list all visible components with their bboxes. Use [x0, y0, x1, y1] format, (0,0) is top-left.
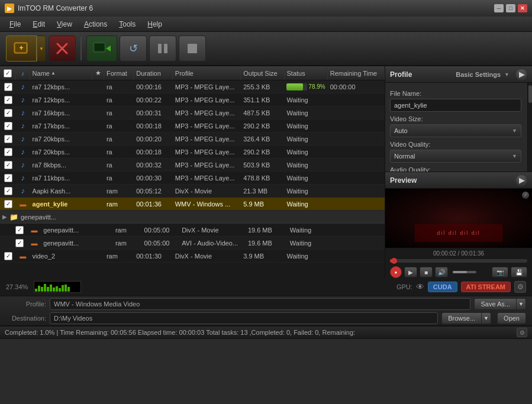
profile-scrollbar[interactable]: [527, 83, 532, 172]
close-button[interactable]: ✕: [518, 4, 527, 12]
profile-cell: DivX - Movie: [173, 188, 241, 195]
menu-file[interactable]: File: [4, 18, 27, 30]
preview-volume-button[interactable]: 🔊: [435, 267, 448, 277]
duration-cell: 00:01:36: [134, 201, 173, 208]
minimize-button[interactable]: ─: [494, 4, 504, 12]
file-list-area: ♪ Name ▲ ★ Format Duration Profile Outpu…: [0, 66, 385, 277]
menu-edit[interactable]: Edit: [27, 18, 51, 30]
save-as-button[interactable]: Save As...: [474, 298, 517, 310]
preview-rewind-button[interactable]: ●: [390, 266, 402, 278]
group-row[interactable]: ▶ 📁 genepavitt...: [0, 211, 385, 224]
list-item[interactable]: ♪ ra7 11kbps... ra 00:00:30 MP3 - MPEG L…: [0, 172, 385, 185]
row-checkbox[interactable]: [4, 96, 12, 104]
header-check[interactable]: [0, 66, 16, 80]
profile-cell: WMV - Windows ...: [173, 201, 241, 208]
row-checkbox[interactable]: [4, 187, 12, 195]
right-panel: Profile Basic Settings ▼ ▶ File Name: Vi…: [385, 66, 532, 277]
profile-cell: MP3 - MPEG Laye...: [173, 148, 241, 156]
sort-icon: ▲: [51, 70, 56, 76]
stop-button[interactable]: [179, 35, 206, 62]
browse-dropdown[interactable]: ▼: [482, 312, 491, 324]
duration-cell: 00:05:00: [142, 240, 180, 247]
file-list-body[interactable]: ♪ ra7 12kbps... ra 00:00:16 MP3 - MPEG L…: [0, 80, 385, 277]
file-name: ra7 20kbps...: [30, 135, 93, 143]
menu-actions[interactable]: Actions: [78, 18, 113, 30]
preview-nav-button[interactable]: ▶: [515, 174, 527, 186]
list-item[interactable]: ▬ agent_kylie ram 00:01:36 WMV - Windows…: [0, 198, 385, 211]
list-item[interactable]: ♪ ra7 17kbps... ra 00:00:18 MP3 - MPEG L…: [0, 119, 385, 132]
preview-screenshot-button[interactable]: 📷: [492, 267, 508, 277]
header-remaining[interactable]: Remaining Time: [328, 66, 385, 80]
output-size-cell: 326.4 KB: [241, 135, 284, 143]
add-dropdown-button[interactable]: ▼: [37, 35, 46, 62]
row-checkbox[interactable]: [15, 226, 24, 234]
output-size-cell: 290.2 KB: [241, 148, 284, 156]
row-checkbox[interactable]: [4, 83, 12, 91]
menu-tools[interactable]: Tools: [113, 18, 141, 30]
row-checkbox[interactable]: [4, 109, 12, 117]
status-settings-button[interactable]: ⚙: [517, 328, 527, 337]
file-name-input[interactable]: [390, 99, 521, 112]
duration-cell: 00:00:31: [134, 109, 173, 117]
menu-help[interactable]: Help: [141, 18, 168, 30]
list-item[interactable]: ♪ ra7 12kbps... ra 00:00:22 MP3 - MPEG L…: [0, 93, 385, 106]
header-profile[interactable]: Profile: [173, 66, 241, 80]
preview-progress-bar[interactable]: [390, 259, 527, 263]
convert-button[interactable]: [86, 35, 117, 62]
profile-cell: MP3 - MPEG Laye...: [173, 161, 241, 169]
list-item[interactable]: ▬ genepavitt... ram 00:05:00 AVI - Audio…: [0, 237, 385, 250]
duration-cell: 00:00:20: [134, 135, 173, 143]
list-item[interactable]: ▬ genepavitt... ram 00:05:00 DivX - Movi…: [0, 224, 385, 237]
cuda-badge[interactable]: CUDA: [428, 282, 457, 292]
list-item[interactable]: ♪ ra7 20kbps... ra 00:00:20 MP3 - MPEG L…: [0, 132, 385, 146]
refresh-button[interactable]: ↺: [120, 35, 147, 62]
header-duration[interactable]: Duration: [134, 66, 173, 80]
status-cell: Waiting: [288, 240, 330, 247]
profile-section: Profile Basic Settings ▼ ▶ File Name: Vi…: [385, 66, 532, 172]
delete-button[interactable]: [49, 35, 76, 62]
preview-fullscreen-btn[interactable]: ⤢: [522, 192, 529, 199]
select-all-checkbox[interactable]: [4, 69, 12, 77]
row-checkbox[interactable]: [4, 148, 12, 156]
profile-nav-button[interactable]: ▶: [515, 69, 527, 80]
status-cell: Waiting: [284, 148, 327, 156]
header-name[interactable]: Name ▲: [30, 66, 93, 80]
ati-badge[interactable]: ATI STREAM: [461, 282, 511, 292]
settings-dropdown-icon[interactable]: ▼: [504, 72, 510, 77]
collapse-icon[interactable]: ▶: [0, 214, 9, 220]
list-item[interactable]: ♪ ra7 16kbps... ra 00:00:31 MP3 - MPEG L…: [0, 106, 385, 119]
gpu-settings-button[interactable]: ⚙: [514, 281, 526, 293]
format-cell: ram: [113, 240, 142, 247]
output-size-cell: 21.3 MB: [241, 188, 284, 195]
video-size-select[interactable]: Auto ▼: [390, 124, 521, 137]
file-name: agent_kylie: [30, 201, 93, 208]
list-item[interactable]: ♪ Aapki Kash... ram 00:05:12 DivX - Movi…: [0, 185, 385, 198]
add-file-button[interactable]: +: [6, 35, 37, 62]
row-checkbox[interactable]: [4, 122, 12, 130]
preview-save-button[interactable]: 💾: [511, 267, 527, 277]
row-checkbox[interactable]: [4, 174, 12, 182]
header-status[interactable]: Status: [285, 66, 328, 80]
list-item[interactable]: ▬ video_2 ram 00:01:30 DivX - Movie 3.9 …: [0, 250, 385, 263]
preview-stop-button[interactable]: ■: [420, 267, 433, 277]
maximize-button[interactable]: □: [506, 4, 515, 12]
row-checkbox[interactable]: [15, 239, 24, 247]
save-as-dropdown[interactable]: ▼: [517, 298, 526, 310]
row-checkbox[interactable]: [4, 252, 12, 260]
volume-slider[interactable]: [453, 271, 476, 273]
browse-button[interactable]: Browse...: [441, 312, 482, 324]
header-format[interactable]: Format: [104, 66, 134, 80]
list-item[interactable]: ♪ ra7 12kbps... ra 00:00:16 MP3 - MPEG L…: [0, 80, 385, 93]
pause-button[interactable]: [149, 35, 176, 62]
video-quality-select[interactable]: Normal ▼: [390, 150, 521, 163]
preview-play-button[interactable]: ▶: [404, 267, 417, 277]
row-checkbox[interactable]: [4, 200, 12, 208]
list-item[interactable]: ♪ ra7 8kbps... ra 00:00:32 MP3 - MPEG La…: [0, 159, 385, 172]
row-checkbox[interactable]: [4, 161, 12, 169]
open-button[interactable]: Open: [497, 312, 526, 324]
status-cell: Waiting: [284, 135, 327, 143]
menu-view[interactable]: View: [51, 18, 78, 30]
list-item[interactable]: ♪ ra7 20kbps... ra 00:00:18 MP3 - MPEG L…: [0, 146, 385, 159]
header-output-size[interactable]: Output Size: [241, 66, 284, 80]
row-checkbox[interactable]: [4, 135, 12, 143]
